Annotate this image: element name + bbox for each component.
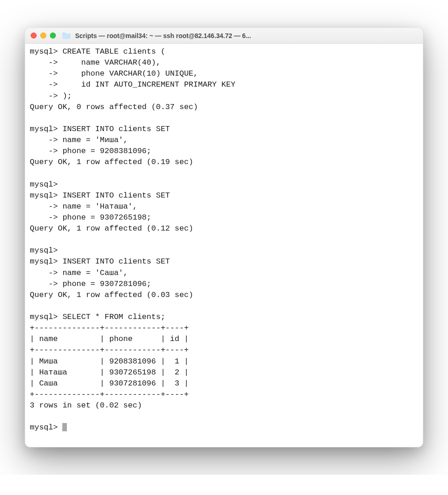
terminal-window: Scripts — root@mail34: ~ — ssh root@82.1… (25, 28, 423, 447)
zoom-icon[interactable] (50, 33, 56, 38)
traffic-lights (31, 33, 56, 38)
terminal-lines: mysql> CREATE TABLE clients ( -> name VA… (30, 47, 235, 410)
folder-icon (62, 33, 71, 39)
minimize-icon[interactable] (40, 33, 46, 38)
cursor-block (62, 423, 67, 431)
window-titlebar[interactable]: Scripts — root@mail34: ~ — ssh root@82.1… (25, 28, 423, 44)
terminal-output[interactable]: mysql> CREATE TABLE clients ( -> name VA… (25, 44, 423, 447)
window-title: Scripts — root@mail34: ~ — ssh root@82.1… (74, 32, 417, 39)
close-icon[interactable] (31, 33, 37, 38)
terminal-prompt: mysql> (30, 423, 62, 432)
